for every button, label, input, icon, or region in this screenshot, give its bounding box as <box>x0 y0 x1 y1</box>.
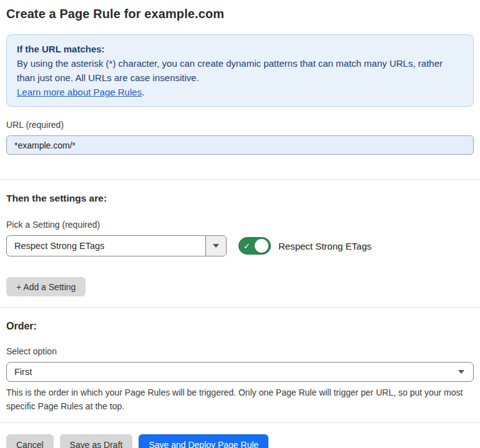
add-setting-button[interactable]: + Add a Setting <box>6 277 86 296</box>
section-divider <box>0 179 480 180</box>
chevron-down-icon <box>213 244 219 248</box>
toggle-label: Respect Strong ETags <box>278 241 371 251</box>
setting-select-value: Respect Strong ETags <box>7 236 205 256</box>
url-field-label: URL (required) <box>6 120 474 130</box>
url-matches-info-box: If the URL matches: By using the asteris… <box>6 34 474 107</box>
setting-select-arrow-button[interactable] <box>205 236 226 256</box>
info-box-body: By using the asterisk (*) character, you… <box>17 56 463 85</box>
pick-setting-label: Pick a Setting (required) <box>6 220 474 230</box>
chevron-down-icon <box>458 370 464 374</box>
setting-row: Respect Strong ETags ✓ Respect Strong ET… <box>6 235 474 256</box>
toggle-knob <box>255 239 268 253</box>
respect-strong-etags-toggle[interactable]: ✓ <box>238 237 271 255</box>
order-help-text: This is the order in which your Page Rul… <box>6 386 474 413</box>
footer-divider <box>0 422 480 423</box>
cancel-button[interactable]: Cancel <box>6 434 54 448</box>
order-select-label: Select option <box>6 346 474 357</box>
learn-more-link[interactable]: Learn more about Page Rules <box>17 87 142 97</box>
info-box-heading: If the URL matches: <box>17 42 463 56</box>
settings-section-heading: Then the settings are: <box>6 193 474 203</box>
save-deploy-button[interactable]: Save and Deploy Page Rule <box>139 434 268 448</box>
setting-select[interactable]: Respect Strong ETags <box>6 235 227 256</box>
url-input[interactable] <box>6 135 474 155</box>
page-title: Create a Page Rule for example.com <box>6 6 474 22</box>
footer-actions: Cancel Save as Draft Save and Deploy Pag… <box>6 434 474 448</box>
save-draft-button[interactable]: Save as Draft <box>60 434 133 448</box>
link-suffix: . <box>142 87 144 97</box>
check-icon: ✓ <box>243 242 250 250</box>
order-section-heading: Order: <box>6 321 474 331</box>
section-divider <box>0 307 480 308</box>
order-select[interactable]: First <box>6 362 474 382</box>
info-box-link-line: Learn more about Page Rules. <box>17 85 463 99</box>
order-select-value: First <box>14 367 458 377</box>
page-rule-form: Create a Page Rule for example.com If th… <box>0 0 480 448</box>
